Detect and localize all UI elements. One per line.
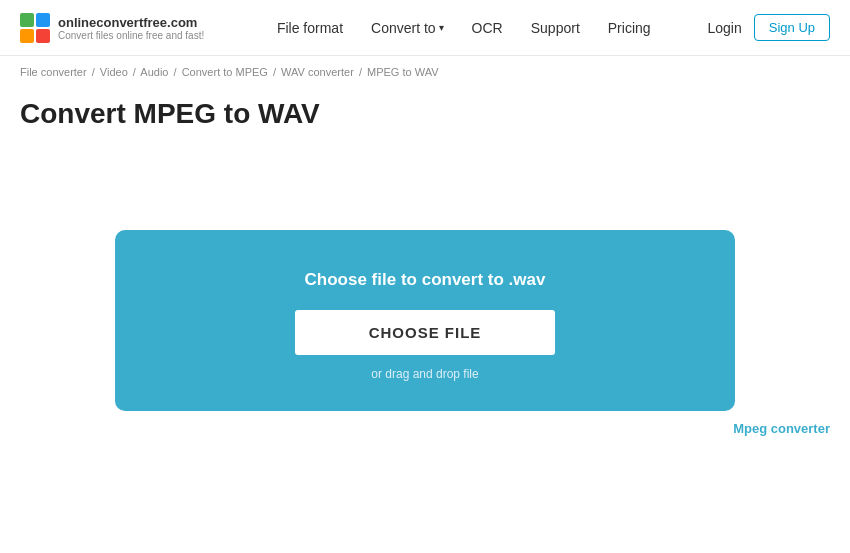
nav-item-convert-to[interactable]: Convert to ▾ — [371, 20, 444, 36]
logo-tagline: Convert files online free and fast! — [58, 30, 204, 41]
mpeg-converter-label: Mpeg converter — [0, 411, 850, 446]
choose-file-button[interactable]: CHOOSE FILE — [295, 310, 555, 355]
page-title-area: Convert MPEG to WAV — [0, 88, 850, 150]
logo-area: onlineconvertfree.com Convert files onli… — [20, 13, 220, 43]
login-button[interactable]: Login — [707, 20, 741, 36]
breadcrumb: File converter / Video / Audio / Convert… — [0, 56, 850, 88]
nav-item-support[interactable]: Support — [531, 20, 580, 36]
nav-item-ocr[interactable]: OCR — [472, 20, 503, 36]
svg-rect-3 — [36, 29, 50, 43]
nav-item-pricing[interactable]: Pricing — [608, 20, 651, 36]
breadcrumb-wav-converter[interactable]: WAV converter — [281, 66, 354, 78]
svg-rect-2 — [20, 29, 34, 43]
upload-section: Choose file to convert to .wav CHOOSE FI… — [20, 230, 830, 411]
logo-icon — [20, 13, 50, 43]
header-actions: Login Sign Up — [707, 14, 830, 41]
page-title: Convert MPEG to WAV — [20, 98, 830, 130]
drag-drop-text: or drag and drop file — [371, 367, 478, 381]
upload-title: Choose file to convert to .wav — [305, 270, 546, 290]
main-nav: File format Convert to ▾ OCR Support Pri… — [220, 20, 707, 36]
nav-item-file-format[interactable]: File format — [277, 20, 343, 36]
header: onlineconvertfree.com Convert files onli… — [0, 0, 850, 56]
breadcrumb-mpeg-to-wav[interactable]: MPEG to WAV — [367, 66, 439, 78]
breadcrumb-convert-to-mpeg[interactable]: Convert to MPEG — [182, 66, 268, 78]
breadcrumb-file-converter[interactable]: File converter — [20, 66, 87, 78]
upload-box: Choose file to convert to .wav CHOOSE FI… — [115, 230, 735, 411]
chevron-down-icon: ▾ — [439, 22, 444, 33]
logo-text-area: onlineconvertfree.com Convert files onli… — [58, 15, 204, 41]
breadcrumb-audio[interactable]: Audio — [140, 66, 168, 78]
signup-button[interactable]: Sign Up — [754, 14, 830, 41]
breadcrumb-video[interactable]: Video — [100, 66, 128, 78]
svg-rect-1 — [36, 13, 50, 27]
logo-name[interactable]: onlineconvertfree.com — [58, 15, 204, 30]
svg-rect-0 — [20, 13, 34, 27]
